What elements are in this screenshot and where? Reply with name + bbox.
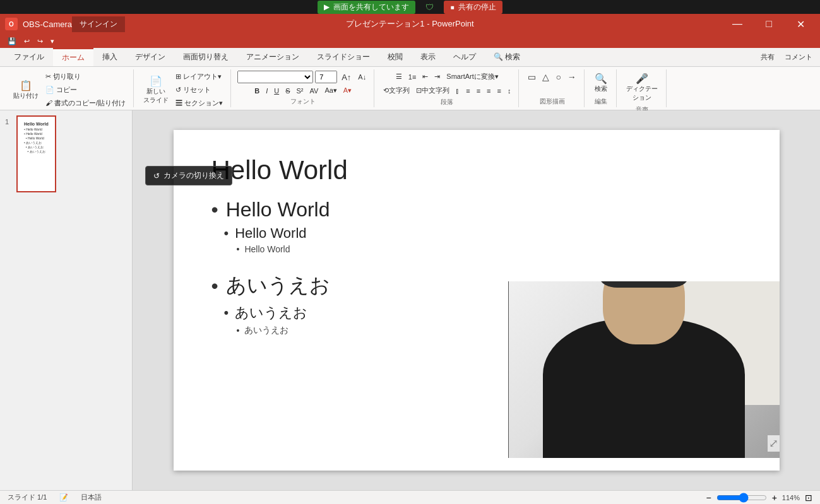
zoom-slider[interactable] [716, 493, 767, 503]
quick-access-toolbar: 💾 ↩ ↪ ▾ [0, 34, 820, 48]
text-align-button[interactable]: ⊡中文字列 [413, 85, 452, 97]
slide-panel: 1 Hello World • Hello World • Hello Worl… [0, 110, 133, 490]
increase-indent-button[interactable]: ⇥ [432, 71, 443, 83]
undo-qa-button[interactable]: ↩ [21, 37, 32, 46]
notes-icon: 📝 [59, 493, 68, 501]
char-spacing-button[interactable]: AV [307, 86, 321, 96]
drawing-label: 図形描画 [540, 96, 565, 106]
tab-view[interactable]: 表示 [412, 48, 444, 66]
format-copy-button[interactable]: 🖌 書式のコピー/貼り付け [43, 97, 128, 109]
shape-triangle[interactable]: △ [540, 71, 552, 83]
decrease-indent-button[interactable]: ⇤ [420, 71, 431, 83]
sharing-stop-button[interactable]: ■ 共有の停止 [444, 1, 502, 14]
dictation-button[interactable]: 🎤 ディクテーション [623, 71, 661, 104]
shield-icon: 🛡 [425, 3, 434, 12]
share-ribbon-button[interactable]: 共有 [758, 51, 777, 63]
bullet-text-3: Hello World [244, 244, 290, 254]
font-size-decrease[interactable]: A↓ [355, 72, 369, 82]
font-controls: A↑ A↓ B I U S S² AV Aa▾ A▾ [237, 71, 369, 96]
cut-button[interactable]: ✂ 切り取り [43, 71, 128, 83]
redo-qa-button[interactable]: ↪ [35, 37, 45, 46]
tab-help[interactable]: ヘルプ [444, 48, 485, 66]
layout-button[interactable]: ⊞ レイアウト▾ [173, 71, 225, 83]
columns-button[interactable]: ⫿ [453, 85, 462, 97]
shape-circle[interactable]: ○ [553, 71, 563, 83]
comment-ribbon-button[interactable]: コメント [782, 51, 815, 63]
language-indicator: 日本語 [81, 493, 102, 502]
camera-overlay [508, 281, 780, 458]
slide-title: Hello World [211, 155, 742, 185]
thumb-title: Hello World [24, 122, 49, 126]
ribbon-group-font: A↑ A↓ B I U S S² AV Aa▾ A▾ フォント [232, 69, 374, 107]
tab-animations[interactable]: アニメーション [237, 48, 308, 66]
tab-file[interactable]: ファイル [5, 48, 53, 66]
underline-button[interactable]: U [271, 86, 282, 96]
tab-slideshow[interactable]: スライドショー [308, 48, 379, 66]
zoom-in-button[interactable]: + [772, 493, 777, 503]
justify[interactable]: ≡ [494, 85, 503, 97]
clipboard-buttons: 📋 貼り付け ✂ 切り取り 📄 コピー 🖌 書式のコピー/貼り付け [10, 71, 128, 109]
person-head [603, 281, 685, 344]
strikethrough-button[interactable]: S [283, 86, 292, 96]
paste-icon: 📋 [20, 79, 32, 91]
shape-arrow[interactable]: → [565, 71, 579, 83]
bullet-2: • Hello World [224, 225, 742, 242]
tab-home[interactable]: ホーム [53, 48, 93, 66]
tab-insert[interactable]: 挿入 [93, 48, 126, 66]
font-size-increase[interactable]: A↑ [339, 71, 354, 83]
sharing-status-text: 画面を共有しています [333, 2, 409, 13]
align-left[interactable]: ≡ [463, 85, 472, 97]
text-direction-button[interactable]: ⟲文字列 [381, 85, 412, 97]
align-right[interactable]: ≡ [484, 85, 493, 97]
line-spacing-button[interactable]: ↕ [505, 85, 514, 97]
font-case-button[interactable]: Aa▾ [322, 85, 339, 96]
ribbon-group-slide: 📄 新しいスライド ⊞ レイアウト▾ ↺ リセット ☰ セクション▾ スライド [135, 69, 231, 107]
font-size-input[interactable] [315, 71, 337, 83]
app-icon: O [5, 18, 18, 30]
shape-rect[interactable]: ▭ [525, 71, 538, 83]
bullet-dot-1: • [211, 198, 218, 221]
fit-slide-button[interactable]: ⊡ [805, 493, 812, 503]
edit-controls: 🔍 検索 [591, 71, 611, 96]
font-name-select[interactable] [237, 71, 313, 83]
copy-button[interactable]: 📄 コピー [43, 84, 128, 96]
slide-thumbnail[interactable]: Hello World • Hello World • Hello World … [16, 115, 56, 192]
app-name: OBS-Camera [23, 20, 72, 29]
bullets-button[interactable]: ☰ [393, 71, 405, 83]
smartart-button[interactable]: SmartArtに変換▾ [444, 71, 501, 83]
close-button[interactable]: ✕ [786, 14, 815, 34]
ribbon-group-drawing: ▭ △ ○ → 図形描画 [520, 69, 584, 107]
ribbon-content: 📋 貼り付け ✂ 切り取り 📄 コピー 🖌 書式のコピー/貼り付け クリップボー… [0, 67, 820, 110]
sharing-status: ▶ 画面を共有しています [318, 1, 415, 14]
numbering-button[interactable]: 1≡ [406, 71, 419, 83]
paste-button[interactable]: 📋 貼り付け [10, 78, 42, 102]
new-slide-button[interactable]: 📄 新しいスライド [140, 73, 172, 107]
font-color-button[interactable]: A▾ [341, 85, 354, 96]
save-qa-button[interactable]: 💾 [5, 37, 19, 46]
font-label: フォント [290, 96, 316, 106]
italic-button[interactable]: I [263, 86, 270, 96]
customize-qa-button[interactable]: ▾ [48, 37, 57, 46]
reset-button[interactable]: ↺ リセット [173, 84, 225, 96]
tab-review[interactable]: 校閲 [379, 48, 412, 66]
ribbon-tabs: ファイル ホーム 挿入 デザイン 画面切り替え アニメーション スライドショー … [0, 48, 820, 67]
signin-button[interactable]: サインイン [72, 16, 125, 32]
ribbon-group-dictation: 🎤 ディクテーション 音声 [618, 69, 667, 107]
maximize-button[interactable]: □ [754, 14, 783, 34]
camera-switch-button[interactable]: ↺ カメラの切り換え [145, 166, 232, 185]
tab-search[interactable]: 🔍 検索 [485, 48, 529, 66]
bold-button[interactable]: B [252, 86, 262, 96]
align-center[interactable]: ≡ [474, 85, 483, 97]
slide-canvas[interactable]: Hello World • Hello World • Hello World … [174, 130, 780, 471]
slide-number: 1 [5, 118, 9, 126]
tab-transitions[interactable]: 画面切り替え [174, 48, 237, 66]
ribbon-group-edit: 🔍 検索 編集 [586, 69, 617, 107]
tab-design[interactable]: デザイン [126, 48, 174, 66]
person-container [509, 281, 780, 458]
shadow-button[interactable]: S² [294, 86, 306, 96]
search-button[interactable]: 🔍 検索 [591, 71, 611, 95]
bullet-dot-2: • [224, 225, 229, 242]
minimize-button[interactable]: — [723, 14, 752, 34]
zoom-out-button[interactable]: − [706, 493, 711, 503]
section-button[interactable]: ☰ セクション▾ [173, 97, 225, 109]
